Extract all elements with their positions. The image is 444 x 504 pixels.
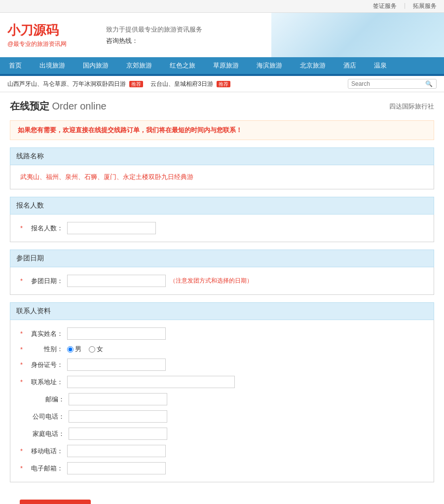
home-phone-input[interactable] — [69, 428, 167, 440]
travel-agency-name: 四达国际旅行社 — [389, 102, 434, 111]
search-box: 🔍 — [348, 79, 437, 89]
logo-subtitle: @最专业的旅游资讯网 — [7, 40, 96, 48]
ticker-link-1[interactable]: 山西芦牙山、马仑草原、万年冰洞双卧四日游 推荐 — [7, 80, 143, 88]
section-date: 参团日期 * 参团日期： （注意发团方式和选择的日期） — [10, 250, 434, 295]
date-hint: （注意发团方式和选择的日期） — [170, 277, 253, 285]
office-phone-input[interactable] — [69, 410, 167, 423]
address-input[interactable] — [67, 376, 235, 388]
mobile-row: * 移动电话： — [20, 445, 424, 457]
section-date-header: 参团日期 — [10, 250, 434, 267]
main-nav: 首页 出境旅游 国内旅游 京郊旅游 红色之旅 草原旅游 海滨旅游 北京旅游 酒店… — [0, 57, 444, 74]
idnumber-label: 身份证号： — [24, 360, 63, 369]
realname-input[interactable] — [67, 327, 166, 340]
search-icon[interactable]: 🔍 — [425, 80, 433, 87]
required-mobile: * — [20, 447, 23, 455]
top-divider: | — [404, 2, 406, 10]
gender-male-radio[interactable] — [67, 346, 74, 353]
ticker-links: 山西芦牙山、马仑草原、万年冰洞双卧四日游 推荐 云台山、皇城相府3日游 推荐 — [7, 80, 230, 88]
submit-area: 在线预定 — [10, 490, 434, 504]
home-phone-row: 家庭电话： — [20, 428, 424, 440]
participants-row: * 报名人数： — [20, 222, 424, 234]
route-name: 武夷山、福州、泉州、石狮、厦门、永定土楼双卧九日经典游 — [20, 173, 424, 181]
section-participants: 报名人数 * 报名人数： — [10, 197, 434, 242]
required-email: * — [20, 465, 23, 472]
nav-beijing-tour[interactable]: 北京旅游 — [291, 57, 334, 74]
page-title: 在线预定 Order online — [10, 100, 107, 113]
badge-recommended-2: 推荐 — [217, 81, 230, 87]
page-title-en: Order online — [52, 101, 107, 111]
section-contact-body: * 真实姓名： * 性别： 男 女 — [10, 320, 434, 482]
gender-female-radio[interactable] — [89, 346, 95, 353]
nav-red-tour[interactable]: 红色之旅 — [161, 57, 204, 74]
realname-label: 真实姓名： — [24, 329, 63, 338]
required-realname: * — [20, 330, 23, 337]
idnumber-input[interactable] — [67, 359, 166, 371]
nav-grassland[interactable]: 草原旅游 — [204, 57, 248, 74]
main-content: 在线预定 Order online 四达国际旅行社 如果您有需要，欢迎直接在线提… — [0, 92, 444, 504]
section-route-body: 武夷山、福州、泉州、石狮、厦门、永定土楼双卧九日经典游 — [10, 165, 434, 189]
mobile-input[interactable] — [67, 445, 166, 457]
office-phone-row: 公司电话： — [20, 410, 424, 423]
address-row: * 联系地址： — [20, 376, 424, 388]
gender-female-label: 女 — [97, 345, 103, 354]
logo-area: 小刀源码 @最专业的旅游资讯网 — [7, 22, 96, 48]
gender-female-option[interactable]: 女 — [89, 345, 103, 354]
nav-hot-spring[interactable]: 温泉 — [365, 57, 396, 74]
expand-service-link[interactable]: 拓展服务 — [413, 2, 437, 10]
participants-label: 报名人数： — [24, 224, 63, 233]
postcode-label: 邮编： — [25, 395, 65, 404]
required-marker: * — [20, 224, 23, 232]
gender-male-option[interactable]: 男 — [67, 345, 81, 354]
ticker-bar: 山西芦牙山、马仑草原、万年冰洞双卧四日游 推荐 云台山、皇城相府3日游 推荐 🔍 — [0, 76, 444, 92]
required-address: * — [20, 378, 23, 386]
header-banner-image — [271, 13, 444, 57]
ticker-link-2[interactable]: 云台山、皇城相府3日游 推荐 — [150, 80, 230, 88]
mobile-label: 移动电话： — [24, 447, 63, 456]
section-participants-body: * 报名人数： — [10, 215, 434, 242]
nav-domestic[interactable]: 国内旅游 — [74, 57, 117, 74]
submit-button[interactable]: 在线预定 — [20, 500, 91, 504]
nav-home[interactable]: 首页 — [0, 57, 31, 74]
gender-radio-group: 男 女 — [67, 345, 103, 354]
postcode-row: 邮编： — [20, 393, 424, 405]
nav-outbound[interactable]: 出境旅游 — [31, 57, 74, 74]
gender-row: * 性别： 男 女 — [20, 345, 424, 354]
section-date-body: * 参团日期： （注意发团方式和选择的日期） — [10, 267, 434, 295]
idnumber-row: * 身份证号： — [20, 359, 424, 371]
section-route-header: 线路名称 — [10, 147, 434, 165]
email-row: * 电子邮箱： — [20, 462, 424, 474]
page-title-row: 在线预定 Order online 四达国际旅行社 — [10, 100, 434, 113]
office-phone-label: 公司电话： — [25, 412, 65, 421]
nav-seaside[interactable]: 海滨旅游 — [248, 57, 291, 74]
date-label: 参团日期： — [24, 277, 63, 286]
participants-input[interactable] — [67, 222, 156, 234]
section-contact: 联系人资料 * 真实姓名： * 性别： 男 女 — [10, 302, 434, 482]
date-input[interactable] — [67, 275, 166, 287]
gender-male-label: 男 — [75, 345, 81, 354]
address-label: 联系地址： — [24, 378, 63, 387]
page-title-cn: 在线预定 — [10, 101, 49, 111]
nav-hotel[interactable]: 酒店 — [334, 57, 365, 74]
required-id: * — [20, 361, 23, 368]
section-route: 线路名称 武夷山、福州、泉州、石狮、厦门、永定土楼双卧九日经典游 — [10, 147, 434, 189]
email-label: 电子邮箱： — [24, 464, 63, 473]
date-row: * 参团日期： （注意发团方式和选择的日期） — [20, 275, 424, 287]
logo-text[interactable]: 小刀源码 — [7, 22, 96, 39]
visa-service-link[interactable]: 签证服务 — [373, 2, 397, 10]
top-bar: 签证服务 | 拓展服务 — [0, 0, 444, 13]
section-contact-header: 联系人资料 — [10, 302, 434, 320]
notice-box: 如果您有需要，欢迎直接在线提交线路订单，我们将在最短的时间内与您联系！ — [10, 120, 434, 140]
search-input[interactable] — [351, 80, 425, 87]
badge-recommended-1: 推荐 — [129, 81, 143, 87]
required-gender: * — [20, 346, 23, 353]
header: 小刀源码 @最专业的旅游资讯网 致力于提供最专业的旅游资讯服务 咨询热线： — [0, 13, 444, 57]
nav-beijing-suburbs[interactable]: 京郊旅游 — [117, 57, 161, 74]
email-input[interactable] — [67, 462, 166, 474]
postcode-input[interactable] — [69, 393, 167, 405]
realname-row: * 真实姓名： — [20, 327, 424, 340]
section-participants-header: 报名人数 — [10, 197, 434, 215]
required-marker-date: * — [20, 277, 23, 285]
home-phone-label: 家庭电话： — [25, 430, 65, 438]
gender-label: 性别： — [24, 345, 63, 354]
